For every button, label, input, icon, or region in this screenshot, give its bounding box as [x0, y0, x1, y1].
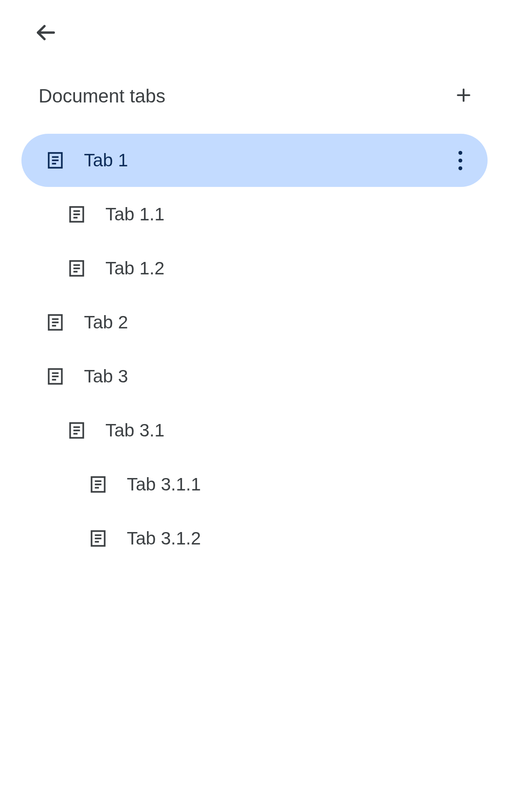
tab-label: Tab 1.1 [105, 204, 165, 225]
tab-list: Tab 1 Tab 1.1 [21, 134, 488, 566]
tab-item[interactable]: Tab 1 [21, 134, 488, 187]
tab-item[interactable]: Tab 1.2 [21, 242, 488, 295]
tab-label: Tab 3 [84, 366, 128, 387]
document-icon [45, 150, 65, 170]
panel-title: Document tabs [39, 85, 165, 107]
panel-header: Document tabs [21, 84, 488, 108]
plus-icon [456, 87, 471, 105]
document-icon [88, 529, 108, 548]
tab-item[interactable]: Tab 3 [21, 350, 488, 403]
document-icon [45, 367, 65, 386]
tab-item[interactable]: Tab 1.1 [21, 188, 488, 241]
document-icon [67, 205, 87, 224]
tab-label: Tab 1 [84, 150, 128, 171]
arrow-left-icon [34, 21, 57, 45]
tab-label: Tab 1.2 [105, 258, 165, 279]
tab-item[interactable]: Tab 2 [21, 296, 488, 349]
tab-item[interactable]: Tab 3.1 [21, 404, 488, 457]
more-vertical-icon [458, 151, 462, 170]
tab-label: Tab 3.1.1 [127, 474, 201, 495]
tab-item[interactable]: Tab 3.1.2 [21, 512, 488, 565]
add-tab-button[interactable] [452, 84, 476, 108]
tab-label: Tab 2 [84, 312, 128, 333]
tab-label: Tab 3.1 [105, 420, 165, 441]
tab-label: Tab 3.1.2 [127, 528, 201, 549]
tab-item[interactable]: Tab 3.1.1 [21, 458, 488, 511]
document-icon [67, 259, 87, 278]
back-button[interactable] [33, 21, 57, 45]
document-icon [67, 421, 87, 440]
tab-more-button[interactable] [450, 150, 470, 171]
document-icon [88, 475, 108, 494]
document-icon [45, 313, 65, 332]
